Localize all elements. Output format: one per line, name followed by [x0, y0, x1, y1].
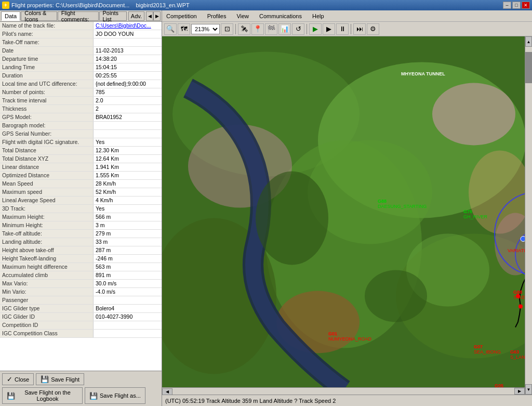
next-track-button[interactable]: ⏭ [353, 23, 366, 35]
field-label: Thickness [0, 105, 94, 113]
svg-text:GH_RIVER: GH_RIVER [463, 214, 488, 219]
field-value: 785 [94, 88, 162, 96]
scroll-right-button[interactable]: ▶ [514, 388, 525, 395]
scroll-down-button[interactable]: ▼ [525, 384, 532, 395]
map-mode-button[interactable]: 🗺 [178, 23, 190, 35]
maximize-button[interactable]: □ [512, 2, 521, 9]
table-row: Duration00:25:55 [0, 72, 162, 80]
status-text: (UTC) 05:52:19 Track Altitude 359 m Land… [165, 398, 336, 404]
save-flight-as-button[interactable]: 💾 Save Flight as... [85, 387, 145, 404]
title-bar: ✈ Flight properties: C:\Users\Bigbird\Do… [0, 0, 532, 10]
field-label: Number of points: [0, 88, 94, 96]
table-row: Mean Speed28 Km/h [0, 180, 162, 188]
field-value: BRA01952 [94, 113, 162, 121]
scroll-left-button[interactable]: ◀ [162, 388, 172, 395]
table-row: IGC Glider typeBolero4 [0, 305, 162, 313]
tab-flight-comments[interactable]: Flight comments: [58, 11, 99, 21]
pause-button[interactable]: ⏸ [336, 23, 349, 35]
track-button[interactable]: 📍 [251, 23, 264, 35]
satellite-button[interactable]: 🛰 [238, 23, 250, 35]
field-label: Local time and UTC difference: [0, 80, 94, 88]
field-value: 279 m [94, 230, 162, 238]
table-row: GPS Serial Number: [0, 130, 162, 138]
field-label: Total Distance XYZ [0, 155, 94, 163]
play-button[interactable]: ▶ [323, 23, 335, 35]
nav-prev[interactable]: ◀ [146, 11, 153, 21]
minimize-button[interactable]: – [503, 2, 511, 9]
table-row: Minimum Height:3 m [0, 221, 162, 230]
separator3 [351, 24, 351, 34]
tab-data[interactable]: Data [1, 11, 20, 21]
table-row: Lineal Average Speed4 Km/h [0, 197, 162, 205]
field-value [94, 130, 162, 138]
svg-text:NUMYEONA_ROAD: NUMYEONA_ROAD [328, 336, 372, 342]
field-value [94, 122, 162, 129]
map-area[interactable]: MHYEONA TUNNEL G11 GORYEONG TUNNEL G13 G… [162, 36, 532, 395]
app-icon: ✈ [2, 2, 9, 9]
menu-profiles[interactable]: Profiles [205, 12, 229, 20]
tab-nav: ◀ ▶ [146, 11, 161, 21]
status-bar: (UTC) 05:52:19 Track Altitude 359 m Land… [162, 395, 532, 406]
field-value: 563 m [94, 263, 162, 271]
scrollbar-vertical[interactable]: ▲ ▼ [525, 36, 532, 395]
table-row: Flight with digital IGC signature.Yes [0, 138, 162, 147]
close-button[interactable]: ✓ Close [2, 373, 34, 385]
table-row: Accumulated climb891 m [0, 271, 162, 280]
scroll-thumb[interactable] [525, 52, 532, 83]
svg-text:SEA_IBONG: SEA_IBONG [474, 349, 501, 355]
zoom-in-button[interactable]: 🔍 [164, 23, 177, 35]
field-label: 3D Track: [0, 205, 94, 213]
field-label: Take-off altitude: [0, 230, 94, 238]
svg-point-14 [365, 270, 427, 322]
scroll-up-button[interactable]: ▲ [525, 36, 532, 47]
chart-button[interactable]: 📊 [278, 23, 291, 35]
save-flight-button[interactable]: 💾 Save Flight [36, 373, 84, 385]
field-value: 12.30 Km [94, 147, 162, 154]
separator2 [307, 24, 307, 34]
save-flight-logbook-button[interactable]: 💾 Save Flight on the Logbook [2, 387, 83, 404]
tab-colors-icons[interactable]: Colors & Icons [21, 11, 57, 21]
main-container: Data Colors & Icons Flight comments: Poi… [0, 10, 532, 406]
tab-points-list[interactable]: Points List [99, 11, 127, 21]
svg-text:G88: G88 [378, 199, 387, 204]
field-value: 11-02-2013 [94, 47, 162, 55]
svg-text:G07: G07 [474, 344, 483, 349]
tab-adv[interactable]: Adv. [128, 11, 144, 21]
table-row: Date11-02-2013 [0, 47, 162, 55]
waypoint-button[interactable]: 🏁 [265, 23, 277, 35]
field-value[interactable]: C:\Users\Bigbird\Doc... [94, 22, 162, 30]
field-value: -246 m [94, 255, 162, 263]
menu-competition[interactable]: Competition [164, 12, 199, 20]
options-button[interactable]: ⚙ [367, 23, 379, 35]
table-row: Maximum Height:566 m [0, 213, 162, 221]
field-label: Barograph model: [0, 122, 94, 129]
table-row: Maximum speed52 Km/h [0, 188, 162, 197]
table-row: Landing Time15:04:15 [0, 63, 162, 72]
field-label: Pilot's name: [0, 30, 94, 38]
menu-view[interactable]: View [234, 12, 251, 20]
field-value: 1.941 Km [94, 163, 162, 171]
table-row: Pilot's name:JO DOO YOUN [0, 30, 162, 38]
zoom-select[interactable]: 50%100%150%213%300% [191, 24, 220, 34]
table-row: Maximum height difference563 m [0, 263, 162, 271]
field-label: Departure time [0, 55, 94, 63]
field-value: 14:38:20 [94, 55, 162, 63]
menu-help[interactable]: Help [310, 12, 326, 20]
field-value: 010-4027-3990 [94, 313, 162, 321]
close-window-button[interactable]: ✕ [522, 2, 530, 9]
table-row: Thickness2 [0, 105, 162, 113]
table-row: Barograph model: [0, 122, 162, 130]
field-value [94, 321, 162, 329]
field-value: -4.0 m/s [94, 288, 162, 296]
field-value: 15:04:15 [94, 63, 162, 71]
field-value: Yes [94, 138, 162, 146]
play-green-button[interactable]: ▶ [309, 23, 322, 35]
field-value: 3 m [94, 221, 162, 229]
nav-next[interactable]: ▶ [153, 11, 161, 21]
field-label: Mean Speed [0, 180, 94, 188]
menu-communications[interactable]: Communications [257, 12, 304, 20]
scrollbar-horizontal[interactable]: ◀ ▶ [162, 387, 525, 395]
zoom-fit-button[interactable]: ⊡ [221, 23, 233, 35]
field-value: 52 Km/h [94, 188, 162, 196]
refresh-button[interactable]: ↺ [292, 23, 304, 35]
